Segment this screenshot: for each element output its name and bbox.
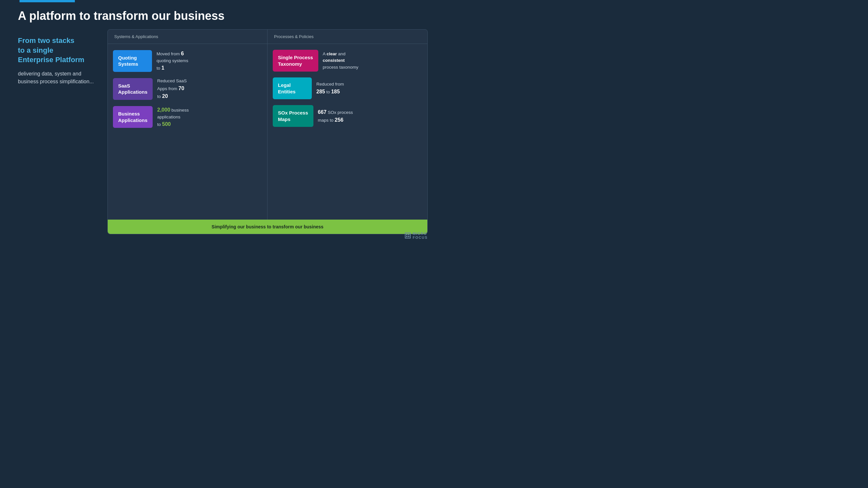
- sox-process-maps-row: SOx ProcessMaps 667 SOx processmaps to 2…: [273, 105, 422, 127]
- single-process-taxonomy-row: Single ProcessTaxonomy A clear andconsis…: [273, 50, 422, 72]
- saas-applications-row: SaaSApplications Reduced SaaSApps from 7…: [113, 78, 262, 100]
- business-applications-badge: BusinessApplications: [113, 106, 153, 128]
- left-section: From two stacks to a single Enterprise P…: [18, 36, 96, 86]
- quoting-systems-badge: QuotingSystems: [113, 50, 152, 72]
- svg-rect-0: [406, 234, 407, 235]
- single-process-taxonomy-badge: Single ProcessTaxonomy: [273, 50, 318, 72]
- logo-area: MICROFOCUS: [405, 232, 428, 239]
- page-title: A platform to transform our business: [18, 9, 224, 23]
- single-process-taxonomy-desc: A clear andconsistentprocess taxonomy: [323, 51, 359, 71]
- business-applications-row: BusinessApplications 2,000 businessappli…: [113, 106, 262, 128]
- footer-text: Simplifying our business to transform ou…: [212, 224, 323, 229]
- panel-footer: Simplifying our business to transform ou…: [108, 220, 427, 234]
- accent-bar: [20, 0, 75, 2]
- saas-applications-badge: SaaSApplications: [113, 78, 153, 100]
- svg-rect-2: [406, 236, 407, 237]
- legal-entities-badge: LegalEntities: [273, 77, 312, 99]
- logo-icon: [405, 233, 411, 238]
- left-heading: From two stacks to a single Enterprise P…: [18, 36, 96, 65]
- panel-body: QuotingSystems Moved from 6quoting syste…: [108, 44, 427, 220]
- svg-rect-1: [408, 234, 409, 235]
- panel-right-col: Single ProcessTaxonomy A clear andconsis…: [268, 44, 427, 220]
- legal-entities-desc: Reduced from285 to 185: [316, 81, 344, 95]
- sox-process-maps-desc: 667 SOx processmaps to 256: [318, 108, 353, 124]
- quoting-systems-desc: Moved from 6quoting systemsto 1: [157, 50, 188, 72]
- main-panel: Systems & Applications Processes & Polic…: [107, 29, 428, 234]
- panel-left-col: QuotingSystems Moved from 6quoting syste…: [108, 44, 268, 220]
- legal-entities-row: LegalEntities Reduced from285 to 185: [273, 77, 422, 99]
- sox-process-maps-badge: SOx ProcessMaps: [273, 105, 313, 127]
- panel-header: Systems & Applications Processes & Polic…: [108, 30, 427, 44]
- logo-text: MICROFOCUS: [413, 232, 428, 239]
- business-applications-desc: 2,000 businessapplicationsto 500: [157, 106, 189, 128]
- col-header-left: Systems & Applications: [108, 30, 268, 43]
- saas-applications-desc: Reduced SaaSApps from 70to 20: [157, 78, 187, 100]
- quoting-systems-row: QuotingSystems Moved from 6quoting syste…: [113, 50, 262, 72]
- left-description: delivering data, system and business pro…: [18, 70, 96, 86]
- svg-rect-3: [408, 236, 409, 237]
- col-header-right: Processes & Policies: [268, 30, 427, 43]
